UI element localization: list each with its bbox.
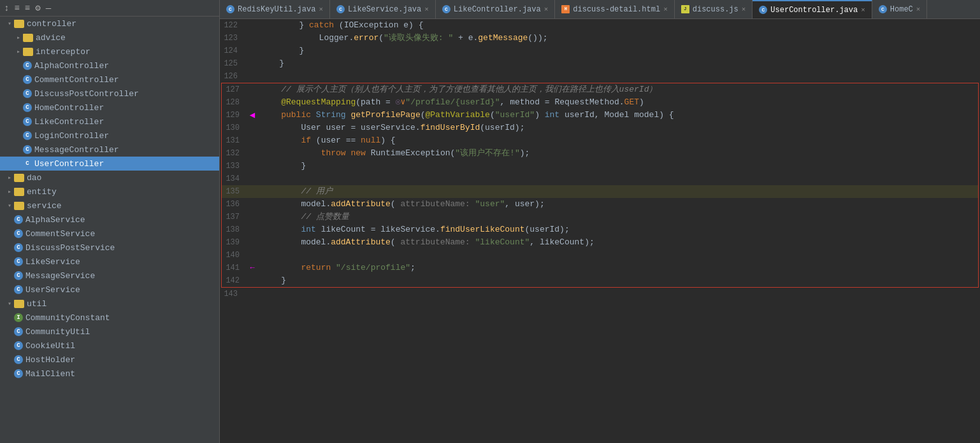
line-content-130: User user = userService.findUserById(use… xyxy=(259,122,978,134)
tab-close-like[interactable]: × xyxy=(424,6,429,13)
tree-arrow-interceptor: ▸ xyxy=(14,48,23,55)
tab-homec[interactable]: CHomeC× xyxy=(872,0,928,19)
tree-item-CommunityUtil[interactable]: CCommunityUtil xyxy=(0,325,219,339)
line-content-131: if (user == null) { xyxy=(259,134,978,147)
tree-item-entity[interactable]: ▸entity xyxy=(0,185,219,199)
tree-label-AlphaController: AlphaController xyxy=(34,61,109,71)
tree-label-util: util xyxy=(27,299,47,309)
tree-item-HostHolder[interactable]: CHostHolder xyxy=(0,353,219,367)
tab-close-discuss-js[interactable]: × xyxy=(742,6,746,13)
line-content-141: return "/site/profile"; xyxy=(259,262,978,274)
tab-discuss-detail[interactable]: Hdiscuss-detail.html× xyxy=(555,0,674,19)
tree-item-dao[interactable]: ▸dao xyxy=(0,171,219,185)
line-number-142: 142 xyxy=(222,274,246,287)
tree-item-AlphaService[interactable]: CAlphaService xyxy=(0,213,219,227)
tab-like[interactable]: CLikeService.java× xyxy=(330,0,436,19)
tree-item-controller[interactable]: ▾controller xyxy=(0,17,219,31)
tab-label-discuss-detail: discuss-detail.html xyxy=(573,5,660,14)
code-box-region: 127 // 展示个人主页（别人也有个人主页，为了方便也查看其他人的主页，我们在… xyxy=(221,83,979,288)
code-line-126: 126 xyxy=(220,70,980,83)
code-line-125: 125 } xyxy=(220,57,980,70)
toolbar-icon-2[interactable]: ≡ xyxy=(14,3,19,13)
c-icon-CookieUtil: C xyxy=(14,341,23,350)
code-line-132: 132 throw new RuntimeException("该用户不存在!"… xyxy=(222,147,978,160)
tab-likectl[interactable]: CLikeController.java× xyxy=(436,0,555,19)
folder-icon-util xyxy=(14,300,24,308)
tree-label-dao: dao xyxy=(27,173,41,183)
code-editor[interactable]: 122 } catch (IOException e) {123 Logger.… xyxy=(220,19,980,443)
toolbar-icon-3[interactable]: ≡ xyxy=(25,3,30,13)
tree-item-CommentController[interactable]: CCommentController xyxy=(0,73,219,87)
tree-label-advice: advice xyxy=(36,33,66,43)
tab-icon-userctl: C xyxy=(759,6,767,14)
c-icon-MessageController: C xyxy=(23,145,32,154)
arrow-indicator-left: ◀ xyxy=(250,109,255,122)
tree-item-AlphaController[interactable]: CAlphaController xyxy=(0,59,219,73)
line-number-123: 123 xyxy=(220,32,244,45)
tabs-bar: CRedisKeyUtil.java×CLikeService.java×CLi… xyxy=(220,0,980,19)
tree-label-HomeController: HomeController xyxy=(34,103,104,113)
toolbar-icon-minus[interactable]: — xyxy=(46,3,51,13)
line-number-141: 141 xyxy=(222,262,246,274)
tab-redis[interactable]: CRedisKeyUtil.java× xyxy=(220,0,330,19)
line-content-139: model.addAttribute( attributeName: "like… xyxy=(259,236,978,249)
tab-icon-discuss-js: J xyxy=(681,5,689,13)
tree-label-interceptor: interceptor xyxy=(36,47,90,57)
code-line-142: 142 } xyxy=(222,274,978,287)
code-line-139: 139 model.addAttribute( attributeName: "… xyxy=(222,236,978,249)
code-line-143: 143 xyxy=(220,288,980,300)
tree-arrow-dao: ▸ xyxy=(5,174,14,181)
tab-close-userctl[interactable]: × xyxy=(861,6,865,14)
toolbar-icon-1[interactable]: ↕ xyxy=(4,3,9,13)
tree-item-UserController[interactable]: CUserController xyxy=(0,157,219,171)
tree-item-UserService[interactable]: CUserService xyxy=(0,283,219,297)
code-line-130: 130 User user = userService.findUserById… xyxy=(222,122,978,134)
folder-icon-controller xyxy=(14,20,24,28)
tree-item-CommentService[interactable]: CCommentService xyxy=(0,227,219,241)
line-number-135: 135 xyxy=(222,185,246,198)
line-number-134: 134 xyxy=(222,172,246,185)
tree-label-entity: entity xyxy=(27,187,57,197)
tree-item-DiscussPostController[interactable]: CDiscussPostController xyxy=(0,87,219,101)
tree-label-CommentController: CommentController xyxy=(34,75,119,85)
tree-item-MailClient[interactable]: CMailClient xyxy=(0,367,219,381)
line-number-125: 125 xyxy=(220,57,244,70)
line-number-122: 122 xyxy=(220,19,244,32)
code-line-129: 129◀ public String getProfilePage(@PathV… xyxy=(222,109,978,122)
c-icon-DiscussPostController: C xyxy=(23,89,32,98)
line-number-126: 126 xyxy=(220,70,244,83)
code-lines-outer: 122 } catch (IOException e) {123 Logger.… xyxy=(220,19,980,300)
tab-close-likectl[interactable]: × xyxy=(544,6,549,13)
tree-item-LikeController[interactable]: CLikeController xyxy=(0,115,219,129)
tree-item-DiscussPostService[interactable]: CDiscussPostService xyxy=(0,241,219,255)
tree-item-HomeController[interactable]: CHomeController xyxy=(0,101,219,115)
line-number-140: 140 xyxy=(222,249,246,262)
tab-label-userctl: UserController.java xyxy=(770,6,858,15)
line-content-127: // 展示个人主页（别人也有个人主页，为了方便也查看其他人的主页，我们在路径上也… xyxy=(259,83,978,96)
tree-label-MessageController: MessageController xyxy=(34,145,119,155)
tab-close-homec[interactable]: × xyxy=(916,6,921,13)
tab-close-redis[interactable]: × xyxy=(319,6,323,13)
tree-item-interceptor[interactable]: ▸interceptor xyxy=(0,45,219,59)
tree-item-CommunityConstant[interactable]: ICommunityConstant xyxy=(0,311,219,325)
i-icon-CommunityConstant: I xyxy=(14,313,23,322)
c-icon-DiscussPostService: C xyxy=(14,243,23,252)
c-icon-HostHolder: C xyxy=(14,355,23,364)
toolbar-icon-gear[interactable]: ⚙ xyxy=(35,3,40,13)
tree-item-MessageController[interactable]: CMessageController xyxy=(0,143,219,157)
tab-close-discuss-detail[interactable]: × xyxy=(663,6,668,13)
tree-item-LikeService[interactable]: CLikeService xyxy=(0,255,219,269)
tree-item-service[interactable]: ▾service xyxy=(0,199,219,213)
tab-userctl[interactable]: CUserController.java× xyxy=(753,0,872,19)
tree-item-LoginController[interactable]: CLoginController xyxy=(0,129,219,143)
tree-item-CookieUtil[interactable]: CCookieUtil xyxy=(0,339,219,353)
line-number-143: 143 xyxy=(220,288,244,300)
tab-discuss-js[interactable]: Jdiscuss.js× xyxy=(675,0,753,19)
line-number-139: 139 xyxy=(222,236,246,249)
tree-item-util[interactable]: ▾util xyxy=(0,297,219,311)
line-content-135: // 用户 xyxy=(259,185,978,198)
tree-item-advice[interactable]: ▸advice xyxy=(0,31,219,45)
line-gutter-129: ◀ xyxy=(246,109,259,122)
tree-item-MessageService[interactable]: CMessageService xyxy=(0,269,219,283)
c-icon-LikeController: C xyxy=(23,117,32,126)
